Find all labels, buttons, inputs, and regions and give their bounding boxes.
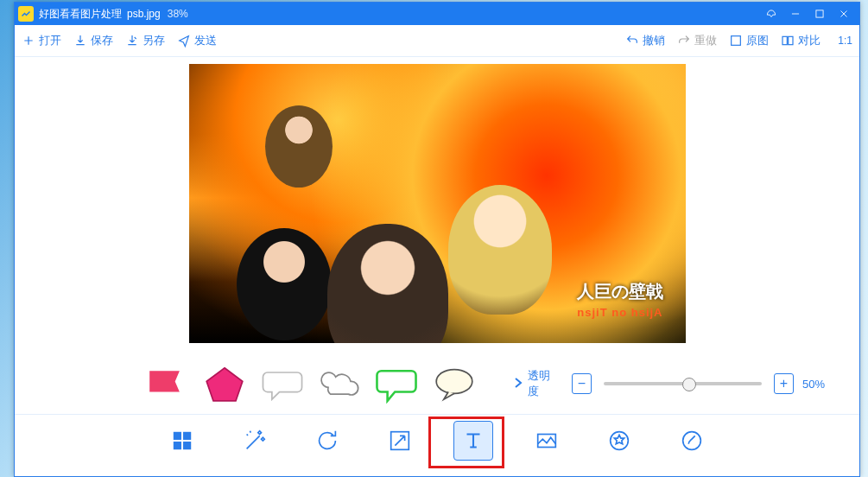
artwork-figure: [448, 185, 552, 315]
artwork-figure: [237, 228, 332, 340]
artwork-figure: [265, 105, 333, 188]
saveas-label: 另存: [143, 33, 165, 48]
title-zoom: 38%: [168, 8, 188, 20]
original-label: 原图: [746, 33, 769, 48]
title-file: psb.jpg: [127, 8, 161, 20]
opacity-increase-button[interactable]: +: [774, 373, 794, 394]
svg-point-12: [683, 432, 701, 450]
redo-label: 重做: [694, 33, 717, 48]
canvas-area: 人巨の壁戟 nsjiT no hsijA: [15, 57, 859, 353]
feedback-icon[interactable]: [759, 5, 783, 22]
bubble-shape-row: 透明度 − + 50%: [15, 353, 859, 414]
tool-magic[interactable]: [236, 422, 274, 460]
bubble-shape-speech[interactable]: [259, 363, 306, 404]
tool-sticker[interactable]: [600, 422, 638, 460]
send-label: 发送: [194, 33, 217, 48]
open-label: 打开: [39, 33, 61, 48]
undo-button[interactable]: 撤销: [625, 33, 665, 48]
tool-text[interactable]: [453, 421, 493, 461]
image-preview[interactable]: 人巨の壁戟 nsjiT no hsijA: [189, 64, 686, 343]
svg-rect-0: [816, 10, 823, 17]
toolbar: 打开 保存 另存 发送 撤销 重做: [15, 25, 859, 57]
opacity-slider[interactable]: [604, 382, 762, 385]
opacity-value: 50%: [802, 378, 825, 391]
compare-button[interactable]: 对比: [781, 33, 820, 48]
app-window: 好图看看图片处理 psb.jpg 38% 打开 保存 另存: [14, 2, 860, 477]
minimize-button[interactable]: [783, 5, 808, 22]
compare-label: 对比: [798, 33, 820, 48]
opacity-label: 透明度: [528, 368, 561, 399]
bubble-shape-cloud[interactable]: [316, 363, 363, 404]
original-button[interactable]: 原图: [729, 33, 769, 48]
svg-rect-8: [184, 442, 191, 449]
tool-rotate[interactable]: [308, 422, 346, 460]
bottom-toolstrip: [15, 414, 859, 467]
maximize-button[interactable]: [808, 5, 832, 22]
artwork-title-jp: 人巨の壁戟: [577, 280, 663, 303]
undo-label: 撤销: [643, 33, 665, 48]
svg-rect-6: [184, 433, 191, 440]
slider-thumb[interactable]: [682, 378, 696, 391]
tool-brush[interactable]: [673, 422, 711, 460]
svg-rect-5: [174, 433, 181, 440]
svg-rect-7: [174, 442, 181, 449]
save-button[interactable]: 保存: [73, 33, 113, 48]
svg-rect-1: [732, 36, 741, 46]
chevron-right-icon: [514, 378, 523, 391]
bubble-shape-oval[interactable]: [431, 363, 478, 404]
bubble-shape-pentagon[interactable]: [201, 363, 248, 404]
svg-rect-3: [789, 36, 793, 44]
redo-button: 重做: [677, 33, 717, 48]
tool-crop[interactable]: [163, 422, 201, 460]
saveas-button[interactable]: 另存: [125, 33, 165, 48]
close-button[interactable]: [832, 5, 856, 22]
open-button[interactable]: 打开: [22, 33, 61, 48]
ratio-button[interactable]: 1:1: [838, 35, 852, 47]
title-app: 好图看看图片处理: [39, 7, 122, 22]
svg-point-4: [436, 370, 472, 394]
send-button[interactable]: 发送: [177, 33, 217, 48]
app-icon: [18, 6, 34, 22]
save-label: 保存: [91, 33, 113, 48]
bubble-shape-rounded-green[interactable]: [373, 363, 420, 404]
svg-rect-2: [782, 36, 787, 44]
tool-resize[interactable]: [381, 422, 419, 460]
bubble-shape-flag[interactable]: [144, 363, 191, 404]
opacity-decrease-button[interactable]: −: [572, 373, 592, 394]
opacity-control: 透明度 − + 50%: [514, 368, 825, 399]
titlebar: 好图看看图片处理 psb.jpg 38%: [15, 3, 859, 25]
tool-frame[interactable]: [528, 422, 566, 460]
artwork-title-en: nsjiT no hsijA: [577, 306, 662, 319]
